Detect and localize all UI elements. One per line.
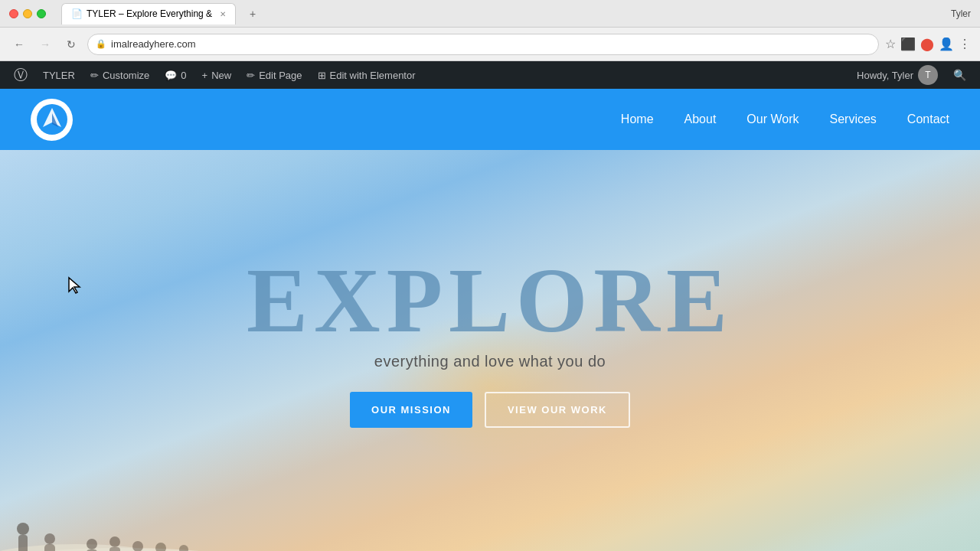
- tab-close-button[interactable]: ✕: [220, 10, 226, 18]
- people-silhouette: [0, 410, 245, 551]
- nav-home[interactable]: Home: [621, 112, 654, 126]
- chrome-icon[interactable]: ⬤: [920, 37, 934, 51]
- user-avatar: T: [918, 65, 938, 85]
- nav-services[interactable]: Services: [830, 112, 877, 126]
- reload-button[interactable]: ↻: [61, 34, 81, 54]
- browser-tab[interactable]: 📄 TYLER – Explore Everything & ✕: [61, 3, 236, 24]
- logo-icon: [37, 104, 67, 135]
- user-menu[interactable]: Howdy, Tyler T: [849, 65, 946, 85]
- hero-content: EXPLORE everything and love what you do …: [247, 255, 733, 428]
- edit-elementor-button[interactable]: ⊞ Edit with Elementor: [310, 61, 423, 89]
- profile-icon[interactable]: 👤: [939, 37, 954, 51]
- secure-icon: 🔒: [96, 39, 106, 49]
- nav-our-work[interactable]: Our Work: [746, 112, 799, 126]
- main-navigation: Home About Our Work Services Contact: [621, 112, 949, 126]
- new-content-button[interactable]: + New: [194, 61, 240, 89]
- menu-icon[interactable]: ⋮: [959, 37, 971, 51]
- close-button[interactable]: [9, 9, 18, 18]
- hero-section: EXPLORE everything and love what you do …: [0, 150, 980, 551]
- svg-point-12: [87, 539, 97, 549]
- our-mission-button[interactable]: OUR MISSION: [350, 392, 472, 428]
- elementor-icon: ⊞: [318, 70, 326, 81]
- site-navigation: Home About Our Work Services Contact: [0, 89, 980, 150]
- browser-chrome: ← → ↻ 🔒 imalreadyhere.com ☆ ⬛ ⬤ 👤 ⋮: [0, 28, 980, 61]
- svg-rect-6: [18, 535, 28, 551]
- edit-icon: ✏: [247, 70, 255, 81]
- wordpress-icon: Ⓥ: [14, 66, 28, 84]
- customize-icon: ✏: [90, 70, 99, 81]
- tab-title: TYLER – Explore Everything &: [87, 8, 212, 19]
- svg-rect-15: [109, 547, 120, 551]
- howdy-label: Howdy, Tyler: [857, 70, 913, 81]
- nav-contact[interactable]: Contact: [907, 112, 949, 126]
- comments-icon: 💬: [165, 70, 177, 81]
- screenshot-icon[interactable]: ⬛: [900, 37, 916, 51]
- edit-page-label: Edit Page: [259, 70, 302, 81]
- svg-rect-10: [44, 544, 55, 551]
- maximize-button[interactable]: [37, 9, 46, 18]
- svg-point-18: [155, 543, 166, 551]
- customize-button[interactable]: ✏ Customize: [83, 61, 157, 89]
- hero-subtitle: everything and love what you do: [374, 353, 606, 370]
- browser-actions: ☆ ⬛ ⬤ 👤 ⋮: [885, 37, 971, 51]
- site-name-button[interactable]: TYLER: [35, 61, 83, 89]
- back-button[interactable]: ←: [9, 34, 29, 54]
- wp-admin-right: Howdy, Tyler T 🔍: [849, 65, 974, 85]
- new-label: New: [211, 70, 231, 81]
- hero-title: EXPLORE: [247, 255, 733, 347]
- tab-bar: 📄 TYLER – Explore Everything & ✕ +: [61, 3, 945, 24]
- svg-point-20: [179, 545, 188, 551]
- minimize-button[interactable]: [23, 9, 32, 18]
- traffic-lights: [9, 9, 46, 18]
- svg-point-9: [44, 533, 55, 544]
- forward-button[interactable]: →: [35, 34, 55, 54]
- admin-search-button[interactable]: 🔍: [946, 69, 974, 81]
- nav-about[interactable]: About: [684, 112, 717, 126]
- wp-icon-button[interactable]: Ⓥ: [6, 61, 35, 89]
- titlebar: 📄 TYLER – Explore Everything & ✕ + Tyler: [0, 0, 980, 28]
- address-bar[interactable]: 🔒 imalreadyhere.com: [87, 34, 879, 55]
- wp-admin-bar: Ⓥ TYLER ✏ Customize 💬 0 + New ✏ Edit Pag…: [0, 61, 980, 89]
- svg-point-5: [17, 523, 29, 535]
- comments-count: 0: [181, 70, 186, 81]
- view-our-work-button[interactable]: VIEW OUR WORK: [485, 392, 630, 428]
- bookmark-icon[interactable]: ☆: [885, 37, 896, 51]
- url-display: imalreadyhere.com: [111, 38, 196, 50]
- tab-favicon: 📄: [71, 8, 82, 19]
- svg-point-14: [109, 536, 120, 547]
- hero-buttons: OUR MISSION VIEW OUR WORK: [350, 392, 630, 428]
- hero-people: [0, 410, 245, 551]
- plus-icon: +: [202, 70, 208, 81]
- site-name-label: TYLER: [43, 70, 75, 81]
- customize-label: Customize: [103, 70, 149, 81]
- svg-point-16: [132, 541, 143, 551]
- titlebar-user: Tyler: [951, 8, 971, 19]
- edit-page-button[interactable]: ✏ Edit Page: [239, 61, 309, 89]
- new-tab-button[interactable]: +: [242, 3, 263, 24]
- comments-button[interactable]: 💬 0: [157, 61, 194, 89]
- site-logo[interactable]: [31, 99, 73, 141]
- edit-elementor-label: Edit with Elementor: [330, 70, 416, 81]
